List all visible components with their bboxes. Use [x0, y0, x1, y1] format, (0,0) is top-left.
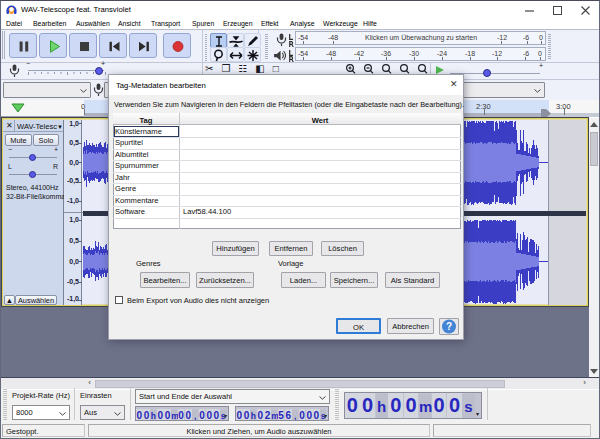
- svg-text:?: ?: [446, 321, 452, 332]
